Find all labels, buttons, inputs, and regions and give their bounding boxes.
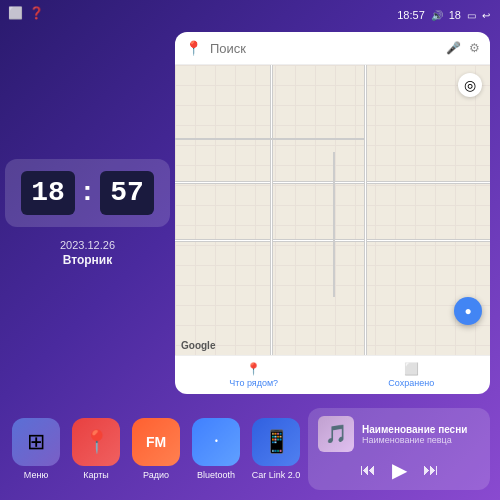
bluetooth-icon-wrap: ᛫ (192, 418, 240, 466)
back-icon[interactable]: ↩ (482, 10, 490, 21)
music-text: Наименование песни Наименование певца (362, 424, 467, 445)
app-carlink[interactable]: 📱 Car Link 2.0 (250, 418, 302, 480)
clock-hours: 18 (31, 179, 65, 207)
map-search-actions: 🎤 ⚙ (446, 41, 480, 55)
bluetooth-icon: ᛫ (211, 432, 222, 453)
saved-icon: ⬜ (404, 362, 419, 376)
maps-icon: 📍 (83, 429, 110, 455)
carlink-icon-wrap: 📱 (252, 418, 300, 466)
map-panel: 📍 🎤 ⚙ Google ◎ (175, 32, 490, 394)
clock-minutes-block: 57 (100, 171, 154, 215)
map-pin-icon: 📍 (185, 40, 202, 56)
bottom-panel: ⊞ Меню 📍 Карты FM Радио ᛫ Blu (0, 400, 500, 500)
main-screen: ⬜ ❓ 18:57 🔊 18 ▭ ↩ 18 : 57 2023.12.26 Вт… (0, 0, 500, 500)
maps-icon-wrap: 📍 (72, 418, 120, 466)
help-icon[interactable]: ❓ (29, 6, 44, 20)
volume-icon: 🔊 (431, 10, 443, 21)
music-controls: ⏮ ▶ ⏭ (318, 458, 480, 482)
clock-widget: 18 : 57 (5, 159, 170, 227)
status-bar: 18:57 🔊 18 ▭ ↩ (0, 0, 500, 28)
music-title: Наименование песни (362, 424, 467, 435)
nearby-icon: 📍 (246, 362, 261, 376)
date-text: 2023.12.26 (60, 239, 115, 251)
map-search-input[interactable] (210, 41, 438, 56)
app-maps[interactable]: 📍 Карты (70, 418, 122, 480)
music-play-button[interactable]: ▶ (392, 458, 407, 482)
google-logo: Google (181, 340, 215, 351)
map-tab-nearby[interactable]: 📍 Что рядом? (175, 356, 333, 394)
map-search-bar: 📍 🎤 ⚙ (175, 32, 490, 65)
mic-icon[interactable]: 🎤 (446, 41, 461, 55)
maps-label: Карты (83, 470, 109, 480)
app-radio[interactable]: FM Радио (130, 418, 182, 480)
app-bluetooth[interactable]: ᛫ Bluetooth (190, 418, 242, 480)
music-player: 🎵 Наименование песни Наименование певца … (308, 408, 490, 490)
app-menu[interactable]: ⊞ Меню (10, 418, 62, 480)
music-info: 🎵 Наименование песни Наименование певца (318, 416, 480, 452)
app-grid: ⊞ Меню 📍 Карты FM Радио ᛫ Blu (10, 408, 302, 490)
menu-icon: ⊞ (27, 429, 45, 455)
status-left-icons: ⬜ ❓ (8, 6, 44, 20)
radio-icon: FM (146, 434, 166, 450)
map-tab-saved[interactable]: ⬜ Сохранено (333, 356, 491, 394)
home-icon[interactable]: ⬜ (8, 6, 23, 20)
map-compass-btn[interactable]: ◎ (458, 73, 482, 97)
battery-icon: ▭ (467, 10, 476, 21)
map-background: Google ◎ ● (175, 65, 490, 355)
day-text: Вторник (60, 253, 115, 267)
map-tabs: 📍 Что рядом? ⬜ Сохранено (175, 355, 490, 394)
map-settings-icon[interactable]: ⚙ (469, 41, 480, 55)
clock-sep: : (83, 175, 92, 207)
music-thumbnail: 🎵 (318, 416, 354, 452)
tab-nearby-label: Что рядом? (229, 378, 278, 388)
clock-panel: 18 : 57 2023.12.26 Вторник (10, 32, 165, 394)
map-body[interactable]: Google ◎ ● (175, 65, 490, 355)
status-time: 18:57 (397, 9, 425, 21)
carlink-label: Car Link 2.0 (252, 470, 301, 480)
main-content: 18 : 57 2023.12.26 Вторник 📍 🎤 ⚙ (0, 28, 500, 400)
bluetooth-label: Bluetooth (197, 470, 235, 480)
radio-label: Радио (143, 470, 169, 480)
clock-hours-block: 18 (21, 171, 75, 215)
radio-icon-wrap: FM (132, 418, 180, 466)
date-info: 2023.12.26 Вторник (60, 239, 115, 267)
tab-saved-label: Сохранено (388, 378, 434, 388)
carlink-icon: 📱 (263, 429, 290, 455)
menu-label: Меню (24, 470, 48, 480)
map-location-btn[interactable]: ● (454, 297, 482, 325)
music-artist: Наименование певца (362, 435, 467, 445)
music-next-button[interactable]: ⏭ (423, 461, 439, 479)
clock-minutes: 57 (110, 179, 144, 207)
menu-icon-wrap: ⊞ (12, 418, 60, 466)
location-dot-icon: ● (464, 304, 471, 318)
battery-level: 18 (449, 9, 461, 21)
music-prev-button[interactable]: ⏮ (360, 461, 376, 479)
music-thumb-emoji: 🎵 (325, 423, 347, 445)
